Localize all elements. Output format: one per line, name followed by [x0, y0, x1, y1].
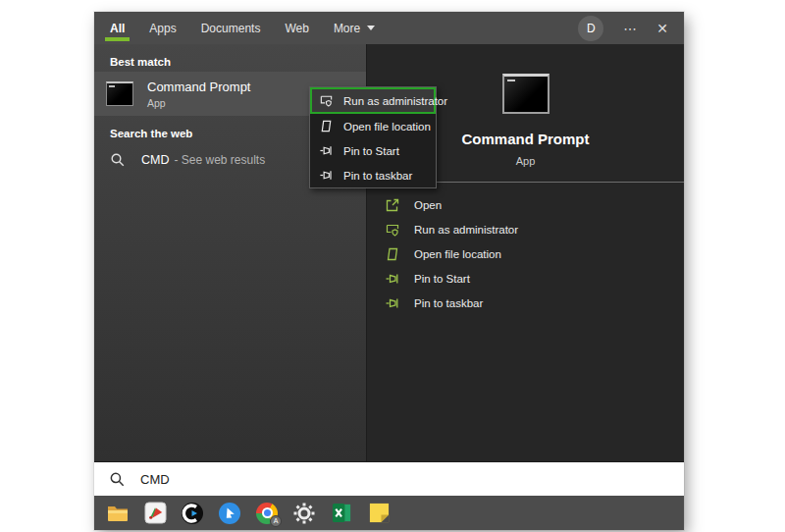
preview-actions: Open Run as administrator — [367, 183, 684, 315]
action-pin-to-taskbar-label: Pin to taskbar — [414, 297, 483, 309]
taskbar-sticky-notes[interactable] — [360, 496, 397, 530]
taskbar-video-converter[interactable] — [136, 496, 174, 530]
taskbar-file-explorer[interactable] — [99, 496, 136, 530]
menu-pin-to-taskbar[interactable]: Pin to taskbar — [310, 163, 436, 187]
search-results-area: Best match Command Prompt App Search the… — [94, 44, 684, 461]
search-icon — [110, 152, 126, 168]
taskbar-chrome[interactable]: A — [248, 496, 286, 530]
tab-apps[interactable]: Apps — [149, 12, 176, 44]
search-bar — [94, 461, 684, 496]
chrome-icon: A — [256, 503, 278, 524]
taskbar-excel[interactable] — [323, 496, 360, 530]
user-avatar[interactable]: D — [578, 16, 603, 41]
open-file-location-icon — [319, 119, 334, 133]
web-result-suffix: - See web results — [174, 153, 265, 167]
tab-web[interactable]: Web — [285, 12, 308, 44]
action-pin-to-taskbar[interactable]: Pin to taskbar — [385, 291, 684, 315]
action-open-file-location[interactable]: Open file location — [385, 241, 684, 266]
context-menu: Run as administrator Open file location — [309, 86, 437, 188]
taskbar-screen-recorder[interactable] — [211, 496, 248, 530]
command-prompt-icon-large — [502, 74, 550, 114]
excel-icon — [331, 502, 353, 524]
action-open-label: Open — [414, 199, 442, 211]
tab-documents-label: Documents — [201, 22, 261, 35]
media-player-icon — [181, 502, 204, 525]
menu-pin-to-start[interactable]: Pin to Start — [310, 138, 436, 163]
menu-pin-to-start-label: Pin to Start — [343, 145, 399, 157]
more-options-icon[interactable]: ⋯ — [623, 22, 637, 35]
taskbar-settings[interactable] — [286, 496, 323, 530]
menu-open-file-location-label: Open file location — [343, 121, 431, 133]
pin-icon — [385, 271, 400, 287]
best-match-subtitle: App — [147, 97, 250, 109]
chrome-profile-badge: A — [270, 515, 282, 527]
close-icon[interactable]: ✕ — [656, 22, 668, 35]
open-file-location-icon — [385, 246, 400, 262]
tab-apps-label: Apps — [149, 22, 176, 35]
chevron-down-icon — [367, 26, 375, 30]
pin-icon — [319, 143, 334, 158]
menu-run-as-administrator[interactable]: Run as administrator — [310, 87, 436, 114]
menu-open-file-location[interactable]: Open file location — [310, 114, 436, 138]
search-filter-tabbar: All Apps Documents Web More D ⋯ ✕ — [94, 12, 684, 44]
action-run-as-administrator[interactable]: Run as administrator — [385, 217, 684, 241]
taskbar-media-player[interactable] — [174, 496, 211, 530]
best-match-header: Best match — [94, 44, 366, 72]
tab-all[interactable]: All — [110, 12, 125, 44]
action-pin-to-start[interactable]: Pin to Start — [385, 266, 684, 291]
tab-more[interactable]: More — [334, 12, 375, 44]
run-as-administrator-icon — [319, 93, 334, 108]
action-open-file-location-label: Open file location — [414, 248, 501, 260]
file-explorer-icon — [106, 502, 130, 525]
action-pin-to-start-label: Pin to Start — [414, 273, 470, 285]
tab-web-label: Web — [285, 22, 308, 35]
pin-icon — [319, 168, 334, 183]
search-window: All Apps Documents Web More D ⋯ ✕ Best m… — [94, 12, 684, 530]
screen-recorder-icon — [218, 502, 241, 525]
taskbar: A — [94, 496, 684, 530]
command-prompt-icon — [106, 81, 133, 106]
tab-all-label: All — [110, 22, 125, 35]
run-as-administrator-icon — [385, 222, 400, 238]
web-result-query: CMD — [141, 153, 169, 167]
tab-more-label: More — [334, 22, 360, 35]
best-match-title: Command Prompt — [147, 80, 250, 94]
tab-documents[interactable]: Documents — [201, 12, 261, 44]
menu-run-as-administrator-label: Run as administrator — [343, 95, 447, 107]
menu-pin-to-taskbar-label: Pin to taskbar — [343, 170, 412, 182]
search-input[interactable] — [140, 472, 533, 487]
action-open[interactable]: Open — [385, 192, 684, 217]
action-run-as-administrator-label: Run as administrator — [414, 224, 518, 236]
search-icon — [109, 471, 126, 488]
open-icon — [385, 197, 400, 213]
sticky-notes-icon — [368, 502, 391, 524]
pin-icon — [385, 295, 400, 311]
video-converter-icon — [144, 502, 167, 524]
settings-gear-icon — [292, 502, 316, 525]
